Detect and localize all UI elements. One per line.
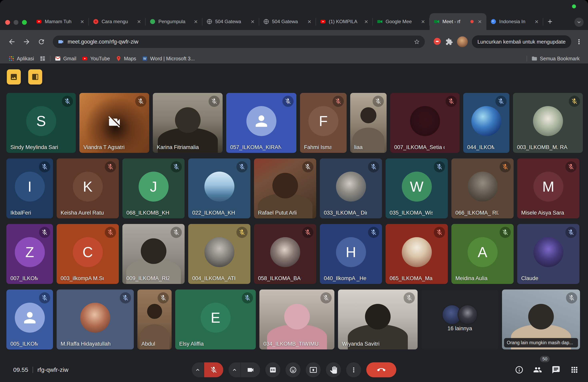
participant-tile[interactable]: Viandra T Agsatri [79, 93, 149, 153]
participant-tile[interactable]: J068_ILKOMB_KHAR... [122, 158, 185, 218]
self-view-tile[interactable]: Orang lain mungkin masih dap... [502, 289, 580, 349]
bookmark-item[interactable] [37, 55, 48, 62]
zoom-window-button[interactable] [22, 20, 27, 25]
browser-tab[interactable]: Indonesia In× [486, 13, 543, 30]
mic-off-icon [107, 229, 114, 236]
camera-button-group[interactable] [229, 363, 260, 377]
yellow-panel-button[interactable] [28, 69, 42, 84]
all-bookmarks-button[interactable]: Semua Bookmark [529, 55, 582, 62]
participant-tile[interactable]: 065_ILKOMA_Maul... [386, 224, 448, 284]
info-button[interactable] [515, 365, 524, 374]
tab-close-button[interactable]: × [136, 18, 142, 25]
participant-tile[interactable]: Abdul ... [137, 289, 172, 349]
participant-tile[interactable]: Karina Fitriamalia [153, 93, 223, 153]
mic-button[interactable] [204, 363, 223, 377]
browser-tab[interactable]: (1) KOMPILA× [316, 13, 373, 30]
tab-close-button[interactable]: × [420, 18, 426, 25]
browser-tab[interactable]: 504 Gatewa× [259, 13, 316, 30]
overflow-tile[interactable]: 16 lainnya [421, 289, 498, 349]
relaunch-to-update-button[interactable]: Luncurkan kembali untuk mengupdate [472, 35, 571, 48]
participant-tile[interactable]: Z007_ILKOM... [6, 224, 53, 284]
participant-tile[interactable]: 066_ILKOMA_ RIZK... [451, 158, 514, 218]
participant-tile[interactable]: 044_ILKOM... [463, 93, 509, 153]
participant-tile[interactable]: W035_ILKOMA_Wisn... [386, 158, 448, 218]
participant-tile[interactable]: Wiyanda Savitri [338, 289, 418, 349]
end-call-button[interactable] [366, 363, 396, 377]
tab-close-button[interactable]: × [533, 18, 540, 25]
close-window-button[interactable] [5, 20, 10, 25]
bookmark-item[interactable]: YouTube [79, 55, 113, 62]
participant-tile[interactable]: AMeidina Aulia [451, 224, 514, 284]
tab-close-button[interactable]: × [363, 18, 370, 25]
participant-tile[interactable]: 003_ILKOMB_M. RAFF... [513, 93, 583, 153]
address-bar[interactable]: meet.google.com/rfg-qwfr-ziw [53, 36, 425, 48]
reload-button[interactable] [35, 35, 48, 48]
participant-tile[interactable]: C003_ilkompA M.Sul... [57, 224, 119, 284]
participant-tile[interactable]: Claude [517, 224, 579, 284]
participant-tile[interactable]: 034_ILKOMB_TIWIMUSTIK... [259, 289, 335, 349]
participant-tile[interactable]: 033_ILKOMA_ Dind... [320, 158, 382, 218]
tab-search-button[interactable] [574, 18, 584, 27]
more-options-button[interactable] [346, 363, 361, 377]
bookmark-item[interactable]: Maps [113, 55, 139, 62]
participant-tile[interactable]: 005_ILKOM... [6, 289, 53, 349]
participant-tile[interactable]: liaa [350, 93, 387, 153]
yellow-image-button[interactable] [7, 69, 21, 84]
bookmark-star-icon[interactable] [414, 38, 420, 45]
browser-tab[interactable]: 504 Gatewa× [202, 13, 259, 30]
participant-tile[interactable]: 058_ILKOMA_BAC... [254, 224, 316, 284]
browser-menu-icon[interactable] [575, 38, 583, 46]
participant-tile[interactable]: Rafael Putut Arli [254, 158, 316, 218]
minimize-window-button[interactable] [14, 20, 18, 25]
participant-tile[interactable]: M.Raffa Hidayatullah [57, 289, 134, 349]
participant-tile[interactable]: KKeisha Aurel Ratu A... [57, 158, 119, 218]
participant-name: 022_ILKOMA_KHAI... [192, 210, 235, 216]
tab-close-button[interactable]: × [249, 18, 256, 25]
tab-title: Indonesia In [499, 19, 530, 24]
mic-button-group[interactable] [192, 363, 223, 377]
participant-tile[interactable]: 022_ILKOMA_KHAI... [188, 158, 251, 218]
present-button[interactable] [306, 363, 321, 377]
participant-tile[interactable]: 007_ILKOMA_Setia div... [390, 93, 460, 153]
camera-options-chevron[interactable] [229, 363, 241, 377]
extensions-puzzle-icon[interactable] [445, 38, 453, 46]
browser-tab[interactable]: Google Mee× [373, 13, 430, 30]
participant-tile[interactable]: H040_IlkompA _Her... [320, 224, 382, 284]
browser-tab[interactable]: Mamam Tuh× [32, 13, 89, 30]
people-button[interactable]: 50 [533, 365, 542, 374]
browser-tab[interactable]: Pengumpula× [146, 13, 202, 30]
participant-tile[interactable]: 004_ILKOMA_ATH... [188, 224, 251, 284]
activities-button[interactable] [570, 365, 579, 374]
participant-tile[interactable]: IIkbalFeri [6, 158, 53, 218]
mic-options-chevron[interactable] [192, 363, 204, 377]
participant-tile[interactable]: 057_ILKOMA_KIRANA ... [226, 93, 296, 153]
browser-tab[interactable]: Meet - rf× [430, 13, 486, 30]
mic-off-badge [495, 96, 507, 107]
participant-tile[interactable]: 009_ILKOMA_RIZK... [122, 224, 185, 284]
raise-hand-button[interactable] [326, 363, 341, 377]
camera-in-use-icon[interactable] [58, 38, 64, 45]
browser-tab[interactable]: Cara mengu× [89, 13, 146, 30]
camera-button[interactable] [241, 363, 260, 377]
tab-close-button[interactable]: × [192, 18, 199, 25]
forward-button[interactable] [20, 35, 33, 48]
profile-avatar[interactable] [457, 36, 468, 47]
bookmark-item[interactable]: WWord | Microsoft 3... [139, 55, 198, 62]
chat-button[interactable] [552, 365, 560, 374]
emoji-button[interactable] [286, 363, 301, 377]
participant-tile[interactable]: SSindy Meylinda Sari [6, 93, 76, 153]
captions-button[interactable] [265, 363, 280, 377]
bookmark-item[interactable]: Aplikasi [6, 55, 37, 62]
participant-name: Rafael Putut Arli [258, 210, 301, 216]
new-tab-button[interactable] [545, 17, 555, 26]
tab-close-button[interactable]: × [306, 18, 313, 25]
participant-tile[interactable]: MMisele Aisya Saram [517, 158, 579, 218]
tab-close-button[interactable]: × [476, 18, 483, 25]
back-button[interactable] [5, 35, 18, 48]
participant-name: 007_ILKOM... [10, 275, 38, 282]
extension-icon-red[interactable] [433, 37, 441, 46]
bookmark-item[interactable]: Gmail [52, 55, 79, 62]
participant-tile[interactable]: EElsy Aliffia [175, 289, 256, 349]
participant-tile[interactable]: FFahmi Isma YS [300, 93, 347, 153]
tab-close-button[interactable]: × [79, 18, 85, 25]
